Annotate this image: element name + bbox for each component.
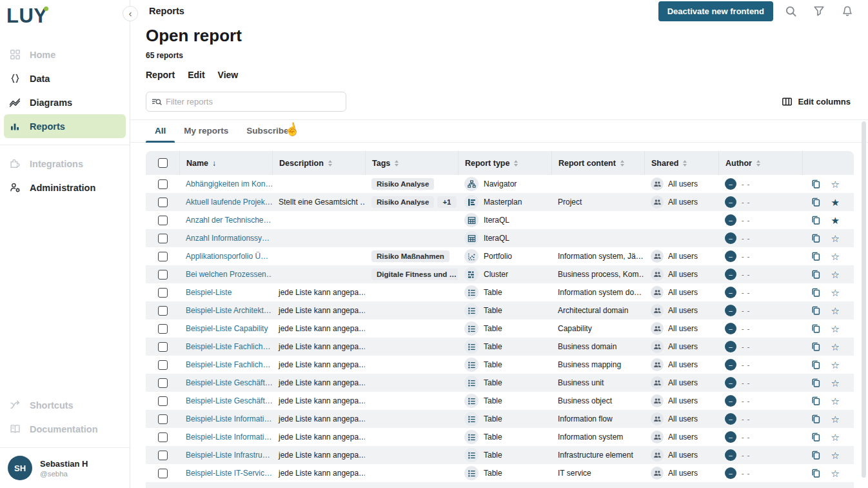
table-row[interactable]: Beispiel-Liste Informati… jede Liste kan… [146,410,854,428]
sidebar-collapse-button[interactable]: ‹ [123,6,138,21]
copy-icon[interactable] [811,414,821,424]
filter-icon[interactable] [808,0,830,22]
bell-icon[interactable] [836,0,858,22]
star-icon[interactable]: ★ [831,198,840,207]
tab-my-reports[interactable]: My reports [175,120,237,142]
column-header-description[interactable]: Description [272,151,365,175]
table-row[interactable]: Beispiel-Liste Infrastru… jede Liste kan… [146,446,854,464]
row-checkbox[interactable] [158,234,168,243]
column-header-name[interactable]: Name↓ [179,151,272,175]
table-row[interactable]: Aktuell laufende Projek… Stellt eine Ges… [146,193,854,211]
report-name-link[interactable]: Beispiel-Liste Capability [186,324,268,333]
report-name-link[interactable]: Beispiel-Liste Geschäft… [186,396,272,405]
sidebar-item-shortcuts[interactable]: Shortcuts [4,393,126,417]
user-profile[interactable]: SH Sebastian H @sebha [0,447,130,488]
column-header-author[interactable]: Author [718,151,802,175]
star-icon[interactable]: ★ [831,216,840,225]
row-checkbox[interactable] [158,252,168,261]
table-row[interactable]: Beispiel-Liste jede Liste kann angepa… T… [146,283,854,301]
sidebar-item-integrations[interactable]: Integrations [4,152,126,176]
table-row[interactable]: Beispiel-Liste Capability jede Liste kan… [146,320,854,338]
menu-edit[interactable]: Edit [188,70,204,80]
table-row[interactable]: Beispiel-Liste Fachlich… jede Liste kann… [146,356,854,374]
star-icon[interactable]: ☆ [831,360,840,370]
sidebar-item-administration[interactable]: Administration [4,176,126,199]
column-header-report-type[interactable]: Report type [458,151,551,175]
report-name-link[interactable]: Beispiel-Liste Architekt… [186,306,271,315]
report-name-link[interactable]: Beispiel-Liste Informati… [186,432,271,442]
sidebar-item-home[interactable]: Home [4,43,126,66]
row-checkbox[interactable] [158,216,168,225]
table-row[interactable]: Beispiel-Liste Geschäft… jede Liste kann… [146,392,854,410]
copy-icon[interactable] [811,179,821,189]
copy-icon[interactable] [811,450,821,460]
row-checkbox[interactable] [158,179,168,189]
star-icon[interactable]: ☆ [831,396,840,406]
sidebar-item-reports[interactable]: Reports [4,114,126,138]
star-icon[interactable]: ☆ [831,378,840,388]
star-icon[interactable]: ☆ [831,451,840,460]
column-header-tags[interactable]: Tags [365,151,458,175]
report-name-link[interactable]: Abhängigkeiten im Kon… [186,179,272,188]
copy-icon[interactable] [811,432,821,442]
edit-columns-button[interactable]: Edit columns [782,96,853,107]
menu-report[interactable]: Report [146,70,175,80]
row-checkbox[interactable] [158,198,168,207]
star-icon[interactable]: ☆ [831,288,840,298]
table-row[interactable]: Anzahl Informationssy… IteraQL – - - ☆ [146,229,854,247]
star-icon[interactable]: ☆ [831,179,840,189]
table-row[interactable]: Bei welchen Prozessen… Digitale Fitness … [146,265,854,283]
report-name-link[interactable]: Beispiel-Liste Fachlich… [186,342,270,351]
star-icon[interactable]: ☆ [831,469,840,478]
star-icon[interactable]: ☆ [831,234,840,243]
copy-icon[interactable] [811,305,821,316]
star-icon[interactable]: ☆ [831,306,840,316]
report-name-link[interactable]: Beispiel-Liste Infrastru… [186,451,270,460]
sidebar-item-data[interactable]: Data [4,66,126,90]
star-icon[interactable]: ☆ [831,342,840,352]
copy-icon[interactable] [811,323,821,334]
filter-reports-input[interactable] [146,92,346,112]
row-checkbox[interactable] [158,288,168,298]
table-row[interactable]: Applikationsporfolio Ü… Risiko Maßnahmen… [146,247,854,265]
report-name-link[interactable]: Beispiel-Liste IT-Servic… [186,469,272,478]
search-icon[interactable] [780,0,802,22]
menu-view[interactable]: View [218,70,239,80]
vertical-scrollbar[interactable] [862,121,866,478]
sidebar-item-documentation[interactable]: Documentation [4,417,126,441]
copy-icon[interactable] [811,215,821,225]
table-row[interactable]: Anzahl der Technische… IteraQL – - - ★ [146,211,854,229]
table-row[interactable]: Abhängigkeiten im Kon… Risiko Analyse Na… [146,175,854,193]
copy-icon[interactable] [811,233,821,243]
star-icon[interactable]: ☆ [831,324,840,334]
table-row[interactable]: Beispiel-Liste Architekt… jede Liste kan… [146,301,854,320]
sidebar-item-diagrams[interactable]: Diagrams [4,90,126,114]
copy-icon[interactable] [811,287,821,298]
select-all-checkbox[interactable] [158,158,168,168]
luy-logo[interactable]: LUY [6,5,64,27]
table-row[interactable]: Beispiel-Liste IT-Servic… jede Liste kan… [146,464,854,482]
table-row[interactable]: Beispiel-Liste Geschäft… jede Liste kann… [146,374,854,392]
row-checkbox[interactable] [158,378,168,388]
star-icon[interactable]: ☆ [831,414,840,424]
star-icon[interactable]: ☆ [831,270,840,280]
report-name-link[interactable]: Applikationsporfolio Ü… [186,252,268,261]
report-name-link[interactable]: Bei welchen Prozessen… [186,270,272,279]
column-header-report-content[interactable]: Report content [551,151,644,175]
report-name-link[interactable]: Anzahl der Technische… [186,216,271,225]
row-checkbox[interactable] [158,270,168,280]
star-icon[interactable]: ☆ [831,252,840,261]
report-name-link[interactable]: Beispiel-Liste Geschäft… [186,378,272,387]
copy-icon[interactable] [811,378,821,388]
row-checkbox[interactable] [158,342,168,352]
report-name-link[interactable]: Beispiel-Liste Informati… [186,414,271,423]
copy-icon[interactable] [811,468,821,478]
row-checkbox[interactable] [158,396,168,406]
report-name-link[interactable]: Anzahl Informationssy… [186,234,270,243]
copy-icon[interactable] [811,251,821,261]
row-checkbox[interactable] [158,360,168,370]
copy-icon[interactable] [811,197,821,207]
star-icon[interactable]: ☆ [831,432,840,442]
report-name-link[interactable]: Aktuell laufende Projek… [186,198,272,207]
tab-all[interactable]: All [146,120,175,142]
